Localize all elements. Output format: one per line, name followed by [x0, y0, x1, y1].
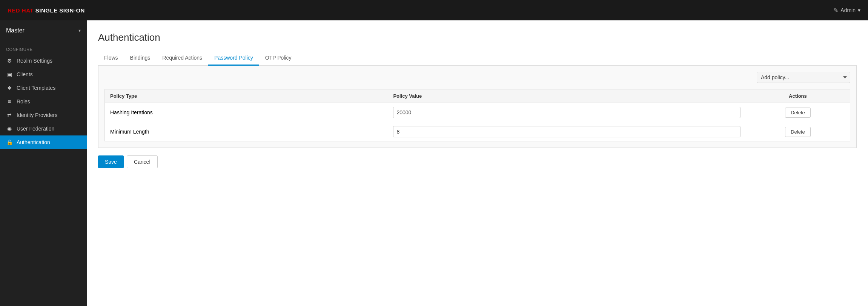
policy-actions-hashing: Delete [746, 103, 850, 122]
identity-providers-icon: ⇄ [6, 112, 13, 118]
tab-flows[interactable]: Flows [98, 51, 124, 66]
sidebar-item-label: Realm Settings [17, 58, 52, 64]
realm-selector[interactable]: Master ▾ [0, 20, 87, 41]
tab-otp-policy[interactable]: OTP Policy [259, 51, 298, 66]
brand: RED HAT SINGLE SIGN-ON [8, 7, 85, 14]
roles-icon: ≡ [6, 98, 13, 105]
delete-minlength-button[interactable]: Delete [785, 127, 811, 137]
tab-bindings[interactable]: Bindings [124, 51, 157, 66]
sidebar-item-clients[interactable]: ▣ Clients [0, 68, 87, 81]
brand-red: RED HAT [8, 7, 34, 14]
realm-name: Master [6, 27, 25, 34]
add-policy-select[interactable]: Add policy... Expire Password Hashing It… [757, 72, 850, 83]
sidebar-item-identity-providers[interactable]: ⇄ Identity Providers [0, 108, 87, 122]
user-menu[interactable]: ✎ Admin ▾ [833, 7, 860, 14]
sidebar-item-label: Client Templates [17, 85, 55, 91]
policy-value-hashing-cell [388, 103, 745, 122]
user-chevron: ▾ [858, 7, 860, 13]
policy-type-minlength: Minimum Length [105, 122, 388, 141]
delete-hashing-button[interactable]: Delete [785, 108, 811, 118]
action-buttons: Save Cancel [98, 155, 857, 168]
sidebar-item-realm-settings[interactable]: ⚙ Realm Settings [0, 54, 87, 68]
cancel-button[interactable]: Cancel [127, 155, 158, 168]
sidebar-item-label: Roles [17, 98, 30, 105]
sidebar-item-label: User Federation [17, 126, 54, 132]
sidebar-item-client-templates[interactable]: ❖ Client Templates [0, 81, 87, 95]
col-header-actions: Actions [746, 89, 850, 103]
content-area: Add policy... Expire Password Hashing It… [98, 66, 857, 148]
sidebar-item-label: Identity Providers [17, 112, 57, 118]
sidebar-item-authentication[interactable]: 🔒 Authentication [0, 135, 87, 149]
policy-actions-minlength: Delete [746, 122, 850, 141]
col-header-type: Policy Type [105, 89, 388, 103]
policy-value-hashing-input[interactable] [393, 107, 740, 118]
sidebar-item-user-federation[interactable]: ◉ User Federation [0, 122, 87, 135]
authentication-icon: 🔒 [6, 139, 13, 145]
clients-icon: ▣ [6, 71, 13, 77]
page-title: Authentication [98, 32, 857, 43]
table-row: Hashing Iterations Delete [105, 103, 850, 122]
policy-value-minlength-input[interactable] [393, 126, 740, 137]
brand-rest: SINGLE SIGN-ON [35, 7, 85, 14]
table-row: Minimum Length Delete [105, 122, 850, 141]
realm-settings-icon: ⚙ [6, 58, 13, 64]
client-templates-icon: ❖ [6, 85, 13, 91]
tab-required-actions[interactable]: Required Actions [156, 51, 208, 66]
policy-value-minlength-cell [388, 122, 745, 141]
policy-toolbar: Add policy... Expire Password Hashing It… [104, 72, 850, 83]
configure-label: Configure [0, 41, 87, 54]
sidebar: Master ▾ Configure ⚙ Realm Settings ▣ Cl… [0, 20, 87, 306]
sidebar-item-label: Authentication [17, 139, 50, 145]
user-federation-icon: ◉ [6, 126, 13, 132]
policy-type-hashing: Hashing Iterations [105, 103, 388, 122]
user-label: Admin [840, 7, 856, 13]
realm-chevron: ▾ [78, 28, 81, 33]
sidebar-item-label: Clients [17, 71, 33, 77]
policy-table: Policy Type Policy Value Actions Hashing… [104, 89, 850, 141]
col-header-value: Policy Value [388, 89, 745, 103]
sidebar-item-roles[interactable]: ≡ Roles [0, 95, 87, 108]
navbar: RED HAT SINGLE SIGN-ON ✎ Admin ▾ [0, 0, 868, 20]
tabs: Flows Bindings Required Actions Password… [98, 51, 857, 66]
save-button[interactable]: Save [98, 155, 124, 168]
tab-password-policy[interactable]: Password Policy [208, 51, 259, 66]
main-content: Authentication Flows Bindings Required A… [87, 20, 868, 306]
